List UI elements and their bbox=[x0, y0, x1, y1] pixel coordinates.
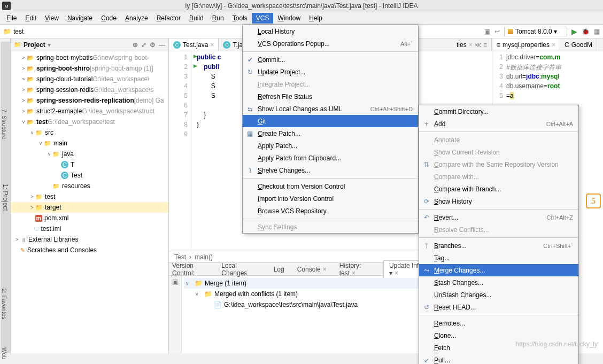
menu-item[interactable]: Import into Version Control bbox=[243, 192, 418, 205]
menu-run[interactable]: Run bbox=[208, 13, 228, 24]
gear-icon[interactable]: ⚙ bbox=[150, 41, 156, 49]
menu-item[interactable]: VCS Operations Popup...Alt+` bbox=[243, 37, 418, 50]
tree-item[interactable]: v📁main bbox=[11, 138, 168, 149]
right-tab[interactable]: CGoodM bbox=[560, 38, 597, 51]
menu-item[interactable]: ▦Create Patch... bbox=[243, 127, 418, 140]
menu-vcs[interactable]: VCS bbox=[252, 13, 274, 24]
breadcrumb-root[interactable]: test bbox=[13, 28, 24, 35]
collapse-icon[interactable]: ⊕ bbox=[133, 41, 138, 49]
menu-item[interactable]: Apply Patch... bbox=[243, 140, 418, 152]
vcs-tab[interactable]: Local Changes bbox=[216, 261, 266, 278]
menu-item: Sync Settings bbox=[243, 221, 418, 233]
debug-button[interactable]: 🐞 bbox=[582, 28, 590, 35]
nav-left-icon[interactable]: ▣ bbox=[484, 28, 490, 35]
menu-item[interactable]: Refresh File Status bbox=[243, 90, 418, 103]
menu-view[interactable]: View bbox=[41, 13, 63, 24]
run-config-dropdown[interactable]: Tomcat 8.0.0 ▾ bbox=[504, 27, 567, 36]
menu-item[interactable]: Stash Changes... bbox=[419, 276, 578, 289]
editor-tab[interactable]: CTest.java× bbox=[169, 38, 219, 51]
tree-item[interactable]: v📁java bbox=[11, 149, 168, 159]
tree-item[interactable]: CTest bbox=[11, 170, 168, 181]
menu-item[interactable]: Remotes... bbox=[419, 317, 578, 329]
menu-file[interactable]: File bbox=[2, 13, 21, 24]
tool-web[interactable]: Web bbox=[0, 345, 9, 361]
vcs-title: Version Control: bbox=[172, 262, 214, 277]
menu-item[interactable]: UnStash Changes... bbox=[419, 289, 578, 301]
vcs-tab[interactable]: History: test× bbox=[334, 261, 381, 278]
menu-item[interactable]: Compare with Branch... bbox=[419, 183, 578, 195]
tree-item[interactable]: ✎Scratches and Consoles bbox=[11, 245, 168, 255]
tree-item[interactable]: CT bbox=[11, 159, 168, 170]
nav-back-icon[interactable]: ↩ bbox=[494, 28, 500, 35]
menu-item[interactable]: ᛘBranches...Ctrl+Shift+` bbox=[419, 239, 578, 252]
menu-code[interactable]: Code bbox=[97, 13, 121, 24]
menu-item[interactable]: Checkout from Version Control bbox=[243, 180, 418, 192]
tab-more[interactable]: ties × ≪ ≡ bbox=[452, 38, 492, 51]
vcs-tab[interactable]: Log bbox=[268, 265, 290, 274]
menu-refactor[interactable]: Refactor bbox=[152, 13, 185, 24]
menu-edit[interactable]: Edit bbox=[21, 13, 41, 24]
menu-item: Annotate bbox=[419, 134, 578, 146]
tree-item[interactable]: mpom.xml bbox=[11, 213, 168, 223]
tree-item[interactable]: >📂struct2-exmaple G:\idea_workspace\stru… bbox=[11, 106, 168, 117]
tree-item[interactable]: >📂spring-session-redis G:\idea_workspace… bbox=[11, 84, 168, 95]
menu-item: ⇅Compare with the Same Repository Versio… bbox=[419, 158, 578, 171]
app-icon: IJ bbox=[2, 2, 11, 10]
menu-item[interactable]: ↙Pull... bbox=[419, 354, 578, 364]
right-tabs: ≡mysql.properties×CGoodM bbox=[492, 38, 603, 51]
menu-item[interactable]: ↻Update Project... bbox=[243, 66, 418, 78]
menu-item[interactable]: Tag... bbox=[419, 252, 578, 264]
menu-item[interactable]: ⟳Show History bbox=[419, 195, 578, 207]
menu-tools[interactable]: Tools bbox=[228, 13, 252, 24]
menu-navigate[interactable]: Navigate bbox=[63, 13, 97, 24]
menu-item[interactable]: ↺Reset HEAD... bbox=[419, 301, 578, 313]
menu-item[interactable]: ✔Commit... bbox=[243, 53, 418, 66]
menu-item[interactable]: ⤵Shelve Changes... bbox=[243, 164, 418, 176]
tree-item[interactable]: v📂test G:\idea_workspace\test bbox=[11, 117, 168, 127]
run-button[interactable]: ▶ bbox=[571, 27, 577, 36]
tree-item[interactable]: v📁src bbox=[11, 127, 168, 138]
tree-item[interactable]: >📂spring-boot-shiro [spring-boot-amqp (1… bbox=[11, 63, 168, 74]
right-tab[interactable]: ≡mysql.properties× bbox=[492, 38, 560, 51]
tree-item[interactable]: >📁target bbox=[11, 202, 168, 213]
menu-item[interactable]: ⇆Show Local Changes as UMLCtrl+Alt+Shift… bbox=[243, 103, 418, 115]
menu-item[interactable]: Apply Patch from Clipboard... bbox=[243, 152, 418, 164]
hide-icon[interactable]: — bbox=[159, 41, 165, 49]
menu-item[interactable]: Local History bbox=[243, 25, 418, 37]
menu-analyze[interactable]: Analyze bbox=[121, 13, 152, 24]
menu-item[interactable]: +AddCtrl+Alt+A bbox=[419, 118, 578, 130]
menu-item: Show Current Revision bbox=[419, 146, 578, 158]
menu-help[interactable]: Help bbox=[305, 13, 327, 24]
menu-item[interactable]: ⤳Merge Changes... bbox=[419, 264, 578, 276]
menu-bar: FileEditViewNavigateCodeAnalyzeRefactorB… bbox=[0, 12, 603, 25]
project-panel: Project ▾ ⊕ ⤢ ⚙ — >📂spring-boot-mybatis … bbox=[11, 38, 169, 353]
folder-icon: 📁 bbox=[3, 28, 11, 35]
menu-item[interactable]: Browse VCS Repository bbox=[243, 205, 418, 217]
tree-item[interactable]: >⫼External Libraries bbox=[11, 234, 168, 245]
project-tree[interactable]: >📂spring-boot-mybatis G:\new\spring-boot… bbox=[11, 51, 168, 353]
project-header[interactable]: Project ▾ ⊕ ⤢ ⚙ — bbox=[11, 38, 168, 51]
menu-build[interactable]: Build bbox=[185, 13, 208, 24]
bp-expand-icon[interactable]: ▣ bbox=[169, 278, 181, 285]
menu-window[interactable]: Window bbox=[273, 13, 305, 24]
menu-item[interactable]: Commit Directory... bbox=[419, 105, 578, 118]
tool-favorites[interactable]: 2: Favorites bbox=[0, 286, 9, 321]
tree-item[interactable]: >📁test bbox=[11, 191, 168, 202]
window-title: ly [G:\new\ly] - G:\idea_workspace\test\… bbox=[185, 2, 418, 10]
tree-item[interactable]: >📂spring-session-redis-replication [demo… bbox=[11, 95, 168, 106]
menu-item[interactable]: Git bbox=[243, 115, 418, 127]
scroll-icon[interactable]: ⤢ bbox=[141, 41, 146, 49]
tree-item[interactable]: 📁resources bbox=[11, 181, 168, 191]
tree-item[interactable]: >📂spring-boot-mybatis G:\new\spring-boot… bbox=[11, 52, 168, 63]
more-run-icon[interactable]: ▦ bbox=[594, 28, 600, 35]
tool-structure[interactable]: 7: Structure bbox=[0, 107, 9, 142]
menu-item[interactable]: Fetch bbox=[419, 342, 578, 354]
tree-item[interactable]: >📂spring-cloud-tutorial G:\idea_workspac… bbox=[11, 74, 168, 84]
menu-item[interactable]: ↶Revert...Ctrl+Alt+Z bbox=[419, 211, 578, 223]
tree-item[interactable]: ≡test.iml bbox=[11, 223, 168, 234]
git-submenu-popup: Commit Directory...+AddCtrl+Alt+AAnnotat… bbox=[419, 105, 579, 364]
menu-item[interactable]: Clone... bbox=[419, 329, 578, 342]
vcs-tab[interactable]: Console× bbox=[292, 265, 332, 274]
title-bar: IJ ly [G:\new\ly] - G:\idea_workspace\te… bbox=[0, 0, 603, 12]
html5-badge-icon: 5 bbox=[586, 193, 601, 208]
